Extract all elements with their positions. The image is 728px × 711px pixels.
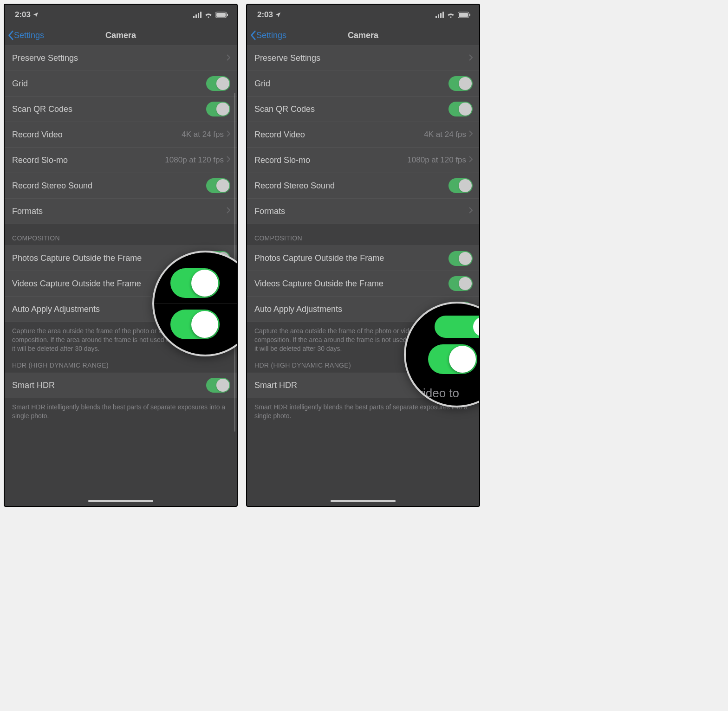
wifi-icon <box>447 12 455 18</box>
stereo-sound-row: Record Stereo Sound <box>247 173 479 199</box>
record-slomo-row[interactable]: Record Slo-mo 1080p at 120 fps <box>5 148 237 173</box>
composition-header: COMPOSITION <box>5 224 237 246</box>
grid-row: Grid <box>247 71 479 97</box>
composition-header: COMPOSITION <box>247 224 479 246</box>
battery-icon <box>458 12 471 18</box>
row-label: Record Video <box>12 130 63 140</box>
status-time: 2:03 <box>257 10 273 19</box>
cell-signal-icon <box>193 12 202 18</box>
row-label: Record Stereo Sound <box>254 181 335 191</box>
photos-outside-row: Photos Capture Outside the Frame <box>247 246 479 271</box>
record-video-row[interactable]: Record Video 4K at 24 fps <box>247 122 479 148</box>
row-label: Scan QR Codes <box>12 104 72 114</box>
formats-row[interactable]: Formats <box>5 199 237 224</box>
record-video-row[interactable]: Record Video 4K at 24 fps <box>5 122 237 148</box>
grid-row: Grid <box>5 71 237 97</box>
magnified-toggle-on-icon <box>170 268 220 298</box>
home-indicator[interactable] <box>88 500 153 502</box>
record-slomo-row[interactable]: Record Slo-mo 1080p at 120 fps <box>247 148 479 173</box>
row-label: Photos Capture Outside the Frame <box>254 253 384 263</box>
row-label: Record Slo-mo <box>12 155 68 165</box>
home-indicator[interactable] <box>331 500 396 502</box>
chevron-right-icon <box>469 130 473 139</box>
chevron-right-icon <box>469 54 473 63</box>
smart-hdr-row: Smart HDR <box>5 373 237 398</box>
nav-bar: Settings Camera <box>5 25 237 45</box>
row-value: 1080p at 120 fps <box>407 155 466 165</box>
svg-rect-5 <box>469 14 470 16</box>
photos-outside-toggle[interactable] <box>448 251 473 266</box>
scan-qr-row: Scan QR Codes <box>5 97 237 122</box>
scan-qr-toggle[interactable] <box>448 102 473 116</box>
nav-bar: Settings Camera <box>247 25 479 45</box>
stereo-sound-toggle[interactable] <box>206 178 230 193</box>
row-label: Scan QR Codes <box>254 104 315 114</box>
row-label: Videos Capture Outside the Frame <box>12 279 141 289</box>
wifi-icon <box>204 12 213 18</box>
back-label: Settings <box>14 31 44 40</box>
chevron-right-icon <box>469 155 473 165</box>
stereo-sound-row: Record Stereo Sound <box>5 173 237 199</box>
scan-qr-toggle[interactable] <box>206 102 230 116</box>
hdr-header: HDR (HIGH DYNAMIC RANGE) <box>5 360 237 373</box>
svg-rect-1 <box>216 13 226 17</box>
chevron-right-icon <box>227 207 230 215</box>
scan-qr-row: Scan QR Codes <box>247 97 479 122</box>
smart-hdr-toggle[interactable] <box>206 378 230 393</box>
hdr-footer: Smart HDR intelligently blends the best … <box>5 398 237 427</box>
magnified-toggle-on-icon <box>428 344 477 374</box>
chevron-right-icon <box>227 130 230 139</box>
row-label: Preserve Settings <box>12 53 78 63</box>
svg-rect-4 <box>459 13 468 17</box>
row-label: Videos Capture Outside the Frame <box>254 279 384 289</box>
row-label: Record Slo-mo <box>254 155 310 165</box>
row-value: 4K at 24 fps <box>424 130 466 139</box>
status-bar: 2:03 <box>247 5 479 25</box>
grid-toggle[interactable] <box>206 76 230 91</box>
chevron-right-icon <box>469 207 473 215</box>
status-time: 2:03 <box>15 10 31 19</box>
row-label: Auto Apply Adjustments <box>12 304 100 314</box>
row-label: Formats <box>12 207 43 216</box>
row-label: Grid <box>12 79 28 89</box>
battery-icon <box>215 12 228 18</box>
row-value: 4K at 24 fps <box>182 130 224 139</box>
row-value: 1080p at 120 fps <box>165 155 224 165</box>
back-button[interactable]: Settings <box>250 30 286 40</box>
row-label: Smart HDR <box>12 381 55 390</box>
location-icon <box>275 12 281 18</box>
row-label: Grid <box>254 79 270 89</box>
videos-outside-toggle[interactable] <box>448 276 473 291</box>
row-label: Smart HDR <box>254 381 297 390</box>
row-label: Photos Capture Outside the Frame <box>12 253 142 263</box>
back-button[interactable]: Settings <box>7 30 44 40</box>
location-icon <box>32 12 39 18</box>
settings-list: Preserve Settings Grid Scan QR Codes Rec… <box>5 45 237 427</box>
chevron-right-icon <box>227 54 230 63</box>
videos-outside-row: Videos Capture Outside the Frame <box>247 271 479 297</box>
phone-screenshot-right: 2:03 Settings Camera Preserve Settings <box>246 4 480 507</box>
row-label: Preserve Settings <box>254 53 320 63</box>
back-label: Settings <box>256 31 286 40</box>
svg-rect-2 <box>227 14 228 16</box>
stereo-sound-toggle[interactable] <box>448 178 473 193</box>
grid-toggle[interactable] <box>448 76 473 91</box>
phone-screenshot-left: 2:03 Settings Camera Preserve Settings <box>4 4 238 507</box>
status-bar: 2:03 <box>5 5 237 25</box>
preserve-settings-row[interactable]: Preserve Settings <box>247 45 479 71</box>
cell-signal-icon <box>436 12 444 18</box>
row-label: Formats <box>254 207 285 216</box>
row-label: Record Video <box>254 130 305 140</box>
row-label: Record Stereo Sound <box>12 181 92 191</box>
row-label: Auto Apply Adjustments <box>254 304 342 314</box>
formats-row[interactable]: Formats <box>247 199 479 224</box>
magnified-toggle-on-icon <box>170 310 220 339</box>
chevron-right-icon <box>227 155 230 165</box>
preserve-settings-row[interactable]: Preserve Settings <box>5 45 237 71</box>
magnified-toggle-partial-icon <box>435 316 480 338</box>
